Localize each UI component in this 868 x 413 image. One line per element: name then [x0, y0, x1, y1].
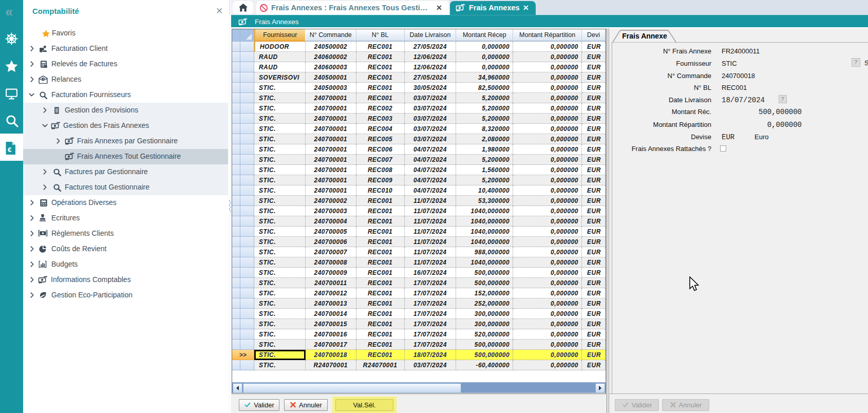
- svg-text:€: €: [8, 146, 12, 154]
